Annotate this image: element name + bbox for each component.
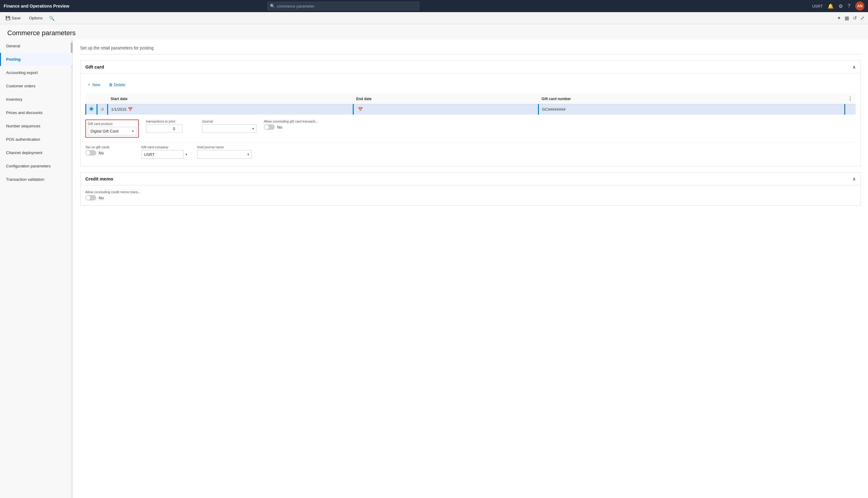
content-area: Set up the retail parameters for posting… [73,39,868,498]
delete-label: Delete [114,82,125,87]
page-title: Commerce parameters [0,24,868,39]
gift-card-company-label: Gift card company [141,145,190,149]
options-label: Options [29,16,43,20]
main-layout: General Posting Accounting export Custom… [0,39,868,498]
transactions-to-print-label: transactions to print [146,119,195,123]
void-journal-select[interactable] [197,150,252,159]
credit-memo-collapse-icon[interactable]: ∧ [853,176,856,181]
options-button[interactable]: Options [27,15,44,22]
save-button[interactable]: 💾 Save [4,15,23,22]
page-container: Commerce parameters General Posting Acco… [0,24,868,498]
journal-select[interactable] [202,124,257,133]
collapse-icon[interactable]: ∧ [853,65,856,69]
end-date-cell: 📅 [357,107,535,112]
gift-card-section-header: Gift card ∧ [80,61,860,74]
journal-group: Journal [202,119,257,138]
gift-card-product-label: Gift card product [88,122,136,126]
sidebar-item-accounting-export[interactable]: Accounting export [0,66,73,79]
tax-toggle-wrap: No [85,150,134,156]
sidebar-item-transaction-validation[interactable]: Transaction validation [0,173,73,186]
gift-card-form-fields-row2: Tax on gift cards No Gift card company [85,143,856,161]
allow-concluding-credit-toggle[interactable] [85,195,96,200]
table-row[interactable]: ↺ 1/1/2015 📅 [86,104,856,115]
columns-icon[interactable]: ▦ [845,15,849,21]
start-date-value: 1/1/2015 [111,107,127,112]
gear-icon[interactable]: ⚙ [839,3,843,9]
sidebar-item-number-sequences[interactable]: Number sequences [0,119,73,133]
transactions-to-print-input[interactable] [146,124,182,133]
void-journal-label: Void journal name [197,145,252,149]
start-date-calendar-icon[interactable]: 📅 [128,107,133,112]
plus-icon: ＋ [87,82,91,87]
help-icon[interactable]: ? [848,3,851,9]
journal-label: Journal [202,119,257,123]
gift-card-section: Gift card ∧ ＋ New 🗑 Delete [80,60,861,166]
new-button[interactable]: ＋ New [85,81,102,89]
gift-card-form-fields: Gift card product Digital Gift Card Phys… [85,115,856,140]
sidebar-item-label: General [6,44,20,48]
content-description: Set up the retail parameters for posting [80,45,861,54]
save-label: Save [12,16,21,20]
allow-concluding-gift-group: Allow concluding gift card transacti... … [264,119,318,138]
sidebar-item-inventory[interactable]: Inventory [0,93,73,106]
gift-card-product-select[interactable]: Digital Gift Card Physical Gift Card [88,127,136,135]
credit-memo-section: Credit memo ∧ Allow concluding credit me… [80,172,861,206]
sidebar-item-label: POS authentication [6,137,40,142]
gift-card-section-content: ＋ New 🗑 Delete [80,74,860,166]
bell-icon[interactable]: 🔔 [828,3,834,9]
top-navigation: Finance and Operations Preview 🔍 USRT 🔔 … [0,0,868,12]
gift-card-company-select-wrap: USRT [141,150,190,159]
allow-concluding-credit-group: Allow concluding credit memo trans... No [85,190,856,200]
allow-concluding-credit-label: Allow concluding credit memo trans... [85,190,856,194]
sidebar-item-label: Channel deployment [6,150,42,155]
gift-card-company-select[interactable]: USRT [141,150,184,159]
toggle-thumb [86,151,90,155]
credit-memo-section-content: Allow concluding credit memo trans... No [80,185,860,205]
refresh-icon[interactable]: ↺ [853,15,857,21]
sidebar-item-configuration-parameters[interactable]: Configuration parameters [0,159,73,173]
void-journal-select-wrap [197,150,252,159]
gift-card-table-toolbar: ＋ New 🗑 Delete [85,78,856,91]
sidebar-item-channel-deployment[interactable]: Channel deployment [0,146,73,159]
credit-memo-section-title: Credit memo [85,176,113,181]
page-toolbar: 💾 Save Options 🔍 ✦ ▦ ↺ ⤢ [0,12,868,24]
new-label: New [92,82,100,87]
column-options-icon[interactable]: ⋮ [848,96,853,101]
sparkle-icon[interactable]: ✦ [837,15,841,21]
delete-button[interactable]: 🗑 Delete [107,81,127,88]
tax-on-gift-cards-label: Tax on gift cards [85,145,134,149]
avatar[interactable]: AN [855,1,864,11]
sidebar: General Posting Accounting export Custom… [0,39,73,498]
global-search[interactable]: 🔍 [267,2,419,10]
tax-toggle[interactable] [85,150,96,156]
app-title: Finance and Operations Preview [4,4,69,9]
row-radio[interactable] [89,107,93,111]
allow-concluding-gift-toggle-label: No [277,125,282,130]
void-journal-group: Void journal name [197,145,252,159]
toggle-thumb [265,125,269,129]
sidebar-item-posting[interactable]: Posting [0,53,73,66]
allow-concluding-gift-label: Allow concluding gift card transacti... [264,119,318,123]
end-date-calendar-icon[interactable]: 📅 [358,107,363,112]
sidebar-item-label: Prices and discounts [6,110,42,115]
sidebar-item-general[interactable]: General [0,39,73,53]
gift-card-number-value: GC######## [539,104,845,115]
sidebar-item-label: Transaction validation [6,177,44,182]
end-date-header: End date [353,93,539,104]
top-nav-right: USRT 🔔 ⚙ ? AN [812,1,864,11]
sidebar-item-customer-orders[interactable]: Customer orders [0,79,73,93]
gift-card-company-group: Gift card company USRT [141,145,190,159]
journal-select-wrap [202,124,257,133]
allow-concluding-gift-toggle[interactable] [264,124,275,130]
row-refresh-icon: ↺ [101,107,104,112]
sidebar-item-prices-discounts[interactable]: Prices and discounts [0,106,73,119]
search-input[interactable] [267,2,419,10]
save-icon: 💾 [5,16,10,20]
gift-card-section-title: Gift card [85,64,104,69]
sidebar-item-label: Customer orders [6,84,36,88]
trash-icon: 🗑 [109,82,113,87]
open-new-icon[interactable]: ⤢ [860,15,864,21]
sidebar-item-pos-authentication[interactable]: POS authentication [0,133,73,146]
credit-memo-section-header: Credit memo ∧ [80,173,860,185]
toolbar-search-icon[interactable]: 🔍 [49,16,54,21]
